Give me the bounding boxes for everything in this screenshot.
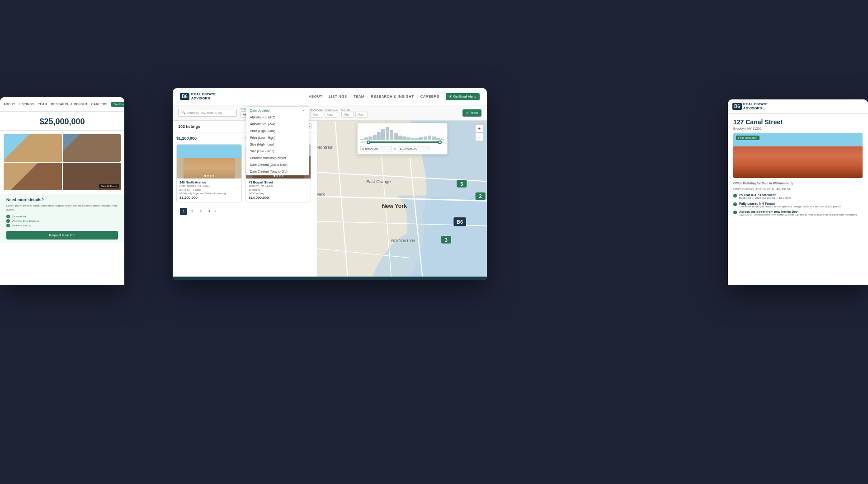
hist-handle-right[interactable] — [438, 141, 442, 144]
highlight-content-3: Across the Street from new Netflix Dev 1… — [739, 210, 857, 217]
sort-option-size-hl[interactable]: Size (High - Low) — [246, 141, 309, 148]
sort-option-date-new[interactable]: Date Created (New to Old) — [246, 168, 309, 175]
pagination: 1 2 3 4 » — [176, 205, 313, 218]
sqft-min-input[interactable]: Min — [311, 112, 323, 117]
search-input-wrap[interactable]: 🔍 Address, city, state or zip — [178, 109, 237, 117]
search-icon: 🔍 — [181, 111, 186, 115]
right-property-img[interactable]: Price Reduction — [733, 133, 863, 178]
listing-card-img-1 — [177, 145, 241, 179]
highlight-dot-1 — [733, 194, 737, 197]
hist-bar — [360, 139, 364, 140]
external-link-icon: ✓ — [6, 215, 10, 218]
hist-to-label: to — [394, 147, 396, 150]
units-min-input[interactable]: Min — [341, 112, 354, 117]
nav-about[interactable]: ABOUT — [309, 94, 322, 99]
right-property-section: 127 Canal Street Brooklyn, NY 11206 Pric… — [728, 114, 868, 220]
sort-option-size-lh[interactable]: Size (Low - High) — [246, 148, 309, 155]
units-max-input[interactable]: Max — [355, 112, 368, 117]
hist-bar — [440, 139, 444, 140]
photo-4[interactable]: Show All Photos — [63, 163, 121, 190]
main-nav: B6 REAL ESTATE ADVISORS ABOUT LISTINGS T… — [173, 88, 487, 105]
hist-price-range: $ 10,000,000 to $ 100,000,000+ — [360, 146, 444, 151]
sort-option-distance[interactable]: Distance from map center — [246, 155, 309, 161]
sqft-filter-group: Square Footage Min Max — [311, 108, 338, 117]
sqft-label: Square Footage — [311, 108, 338, 111]
hist-bar — [436, 138, 440, 140]
nav-cta-button[interactable]: ✉ Get Email Alerts — [446, 93, 480, 100]
zoom-out-button[interactable]: − — [475, 133, 483, 141]
map-panel[interactable]: Montréal East Orange New York Newark BRO… — [317, 121, 487, 277]
hist-bar — [424, 136, 427, 140]
email-icon: ✉ — [449, 95, 452, 99]
left-details-title: Need more details? — [6, 197, 118, 202]
zoom-in-button[interactable]: + — [475, 124, 483, 132]
listing-card-1[interactable]: 240 North Avenue New Rochelle, NY 10801 … — [176, 144, 242, 202]
hist-bar — [419, 137, 423, 140]
sort-option-alpha-za[interactable]: Alphabetical (Z-A) — [246, 121, 309, 127]
hist-bar — [402, 136, 406, 140]
filter-bar: 🔍 Address, city, state or zip Type All P… — [173, 105, 487, 121]
left-link-diligence[interactable]: ✓ View the Due diligence — [6, 219, 118, 223]
sqft-max-input[interactable]: Max — [325, 112, 337, 117]
svg-text:East Orange: East Orange — [366, 179, 391, 184]
left-nav-careers[interactable]: CAREERS — [91, 103, 108, 106]
page-2[interactable]: 2 — [189, 208, 196, 215]
left-main-price: $25,000,000 — [6, 117, 118, 127]
listing-card-info-2: 49 Bogart Street Brooklyn, NY 11206 19,5… — [246, 179, 311, 202]
reset-button[interactable]: ↺ Reset — [462, 109, 481, 117]
main-nav-logo: B6 REAL ESTATE ADVISORS — [180, 93, 216, 101]
photo-1[interactable] — [4, 134, 62, 162]
histogram-bars — [360, 126, 444, 140]
hist-range-slider[interactable] — [360, 141, 444, 143]
setup-link-icon: ✓ — [6, 224, 10, 227]
right-window: B6 REAL ESTATE ADVISORS 127 Canal Street… — [728, 99, 868, 285]
highlight-content-2: Fully Leased NN Tenant The entire buildi… — [739, 202, 841, 209]
units-filter-group: Units Min Max — [341, 108, 368, 117]
nav-careers[interactable]: CAREERS — [420, 94, 439, 99]
highlight-text-1: Beginning in 2020 and ending in June 204… — [739, 197, 791, 200]
page-1[interactable]: 1 — [180, 208, 187, 215]
left-link-external[interactable]: ✓ External link — [6, 215, 118, 218]
page-3[interactable]: 3 — [197, 208, 204, 215]
left-link-setup[interactable]: ✓ View the Set Up — [6, 224, 118, 227]
highlight-text-2: The entire building is leased to one ope… — [739, 205, 841, 209]
nav-listings[interactable]: LISTINGS — [329, 94, 347, 99]
sort-dropdown-menu[interactable]: Date Updated ✓ Alphabetical (A-Z) Alphab… — [246, 121, 309, 175]
nav-research[interactable]: RESEARCH & INSIGHT — [371, 94, 414, 99]
svg-text:Montréal: Montréal — [317, 145, 333, 150]
right-property-type: Office Building for Sale in Williamsburg — [733, 182, 863, 185]
hist-range-fill — [368, 141, 440, 143]
photo-2[interactable] — [63, 134, 121, 162]
left-details-text: Lorem ipsum dolor sit amet, consectetur … — [6, 204, 118, 212]
left-nav-team[interactable]: TEAM — [38, 103, 47, 106]
building-img-1 — [177, 145, 241, 179]
sort-option-date-old[interactable]: Date Created (Old to New) — [246, 161, 309, 168]
logo-subtitle: REAL ESTATE ADVISORS — [191, 93, 216, 101]
dot-active — [204, 175, 206, 177]
page-4[interactable]: 4 — [206, 208, 213, 215]
highlight-text-3: 152,000 SF Development from Netflix & St… — [739, 213, 857, 217]
hist-min-price[interactable]: $ 10,000,000 — [360, 146, 392, 151]
left-nav-about[interactable]: ABOUT — [4, 103, 15, 106]
show-all-photos-btn[interactable]: Show All Photos — [99, 184, 119, 188]
sort-option-price-lh[interactable]: Price (Low - High) — [246, 134, 309, 141]
request-more-info-button[interactable]: Request More Info — [6, 231, 118, 240]
hist-max-price[interactable]: $ 100,000,000+ — [398, 146, 429, 151]
listing-card-city-1: New Rochelle, NY 10801 — [179, 184, 239, 187]
map-controls[interactable]: + − — [475, 124, 483, 141]
left-nav-research[interactable]: RESEARCH & INSIGHT — [51, 103, 88, 106]
left-nav-cta-button[interactable]: Get Email Alerts — [111, 102, 124, 107]
highlight-icap: 25 Year ICAP Abatement Beginning in 2020… — [733, 193, 863, 200]
photo-3[interactable] — [4, 163, 62, 190]
left-nav-listings[interactable]: LISTINGS — [19, 103, 34, 106]
listing-card-price-1: $1,200,000 — [179, 196, 239, 200]
hist-handle-left[interactable] — [367, 141, 370, 144]
sort-option-price-hl[interactable]: Price (High - Low) — [246, 127, 309, 134]
listing-card-type-2: IMO Building — [249, 192, 308, 195]
svg-text:2: 2 — [479, 193, 482, 199]
price-histogram[interactable]: $ 10,000,000 to $ 100,000,000+ — [357, 123, 448, 155]
nav-team[interactable]: TEAM — [354, 94, 364, 99]
left-nav: ABOUT LISTINGS TEAM RESEARCH & INSIGHT C… — [0, 97, 124, 112]
highlight-title-1: 25 Year ICAP Abatement — [739, 193, 791, 197]
reset-icon: ↺ — [466, 111, 469, 114]
